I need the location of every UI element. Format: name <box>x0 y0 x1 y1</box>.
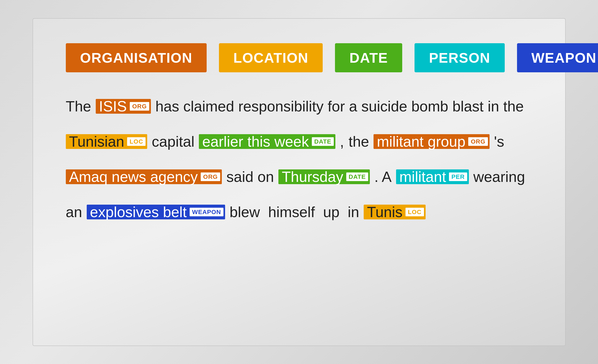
legend-person[interactable]: PERSON <box>415 43 505 72</box>
tag-date-2: DATE <box>346 172 368 181</box>
entity-earlier-this-week[interactable]: earlier this weekDATE <box>199 134 335 149</box>
entity-amaq[interactable]: Amaq news agencyORG <box>66 170 222 184</box>
text-said-on: said on <box>226 170 274 184</box>
text-line-1: The ISISORG has claimed responsibility f… <box>66 99 532 114</box>
tag-org-2: ORG <box>468 137 488 146</box>
legend-location[interactable]: LOCATION <box>219 43 323 72</box>
text-claimed: has claimed responsibility for a suicide… <box>155 99 524 114</box>
text-dot-a: . A <box>374 170 391 184</box>
word-the-2: the <box>349 134 369 149</box>
legend-weapon[interactable]: WEAPON <box>517 43 598 72</box>
legend-date[interactable]: DATE <box>335 43 402 72</box>
entity-militant-per[interactable]: militantPER <box>396 170 469 184</box>
legend-row: ORGANISATION LOCATION DATE PERSON WEAPON <box>66 43 532 72</box>
main-container: ORGANISATION LOCATION DATE PERSON WEAPON… <box>33 18 566 346</box>
text-line-2: TunisianLOC capital earlier this weekDAT… <box>66 134 532 149</box>
comma-1: , <box>340 134 344 149</box>
word-the-1: The <box>66 99 91 114</box>
entity-explosives-belt[interactable]: explosives beltWEAPON <box>87 205 225 219</box>
annotated-text: The ISISORG has claimed responsibility f… <box>66 99 532 219</box>
word-wearing: wearing <box>473 170 525 184</box>
tag-wea-1: WEAPON <box>190 208 224 216</box>
word-capital: capital <box>152 134 194 149</box>
tag-loc-2: LOC <box>406 208 424 216</box>
entity-isis[interactable]: ISISORG <box>96 99 151 114</box>
text-blew-himself: blew himself up in <box>230 205 359 219</box>
apostrophe-s: 's <box>494 134 504 149</box>
text-line-4: an explosives beltWEAPON blew himself up… <box>66 205 532 219</box>
tag-date-1: DATE <box>312 137 334 146</box>
entity-tunisian[interactable]: TunisianLOC <box>66 134 147 149</box>
tag-org-1: ORG <box>130 102 149 111</box>
tag-per-1: PER <box>449 172 467 181</box>
word-an: an <box>66 205 82 219</box>
text-line-3: Amaq news agencyORG said on ThursdayDATE… <box>66 170 532 184</box>
tag-loc-1: LOC <box>127 137 146 146</box>
legend-organisation[interactable]: ORGANISATION <box>66 43 207 72</box>
entity-tunis[interactable]: TunisLOC <box>364 205 426 219</box>
entity-militant-group[interactable]: militant groupORG <box>374 134 490 149</box>
entity-thursday[interactable]: ThursdayDATE <box>278 170 370 184</box>
tag-org-3: ORG <box>201 172 220 181</box>
